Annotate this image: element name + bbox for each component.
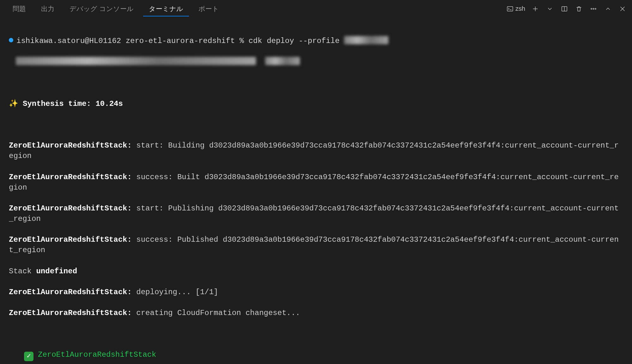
- tab-problems[interactable]: 問題: [5, 0, 33, 18]
- chevron-up-icon: [605, 5, 611, 12]
- ellipsis-icon: [590, 5, 597, 12]
- build-success-line: ZeroEtlAuroraRedshiftStack: success: Bui…: [9, 172, 623, 193]
- redacted-profile: [344, 36, 388, 44]
- terminal-profile-chevron[interactable]: [545, 4, 554, 13]
- close-icon: [619, 5, 626, 12]
- svg-point-3: [593, 8, 594, 9]
- check-icon: ✓: [24, 352, 33, 361]
- tab-ports[interactable]: ポート: [191, 0, 227, 18]
- terminal-toolbar: zsh: [507, 4, 627, 13]
- trash-icon: [575, 5, 582, 12]
- panel-tabs: 問題 出力 デバッグ コンソール ターミナル ポート: [5, 0, 227, 18]
- stack-ok-line: ✓ZeroEtlAuroraRedshiftStack: [9, 349, 623, 361]
- stack-undef: undefined: [36, 267, 77, 276]
- new-terminal-button[interactable]: [531, 4, 540, 13]
- changeset-line: ZeroEtlAuroraRedshiftStack: creating Clo…: [9, 308, 623, 318]
- close-panel-button[interactable]: [618, 4, 627, 13]
- sparkle-icon: ✨: [9, 100, 18, 108]
- svg-point-2: [591, 8, 592, 9]
- synthesis-text: Synthesis time: 10.24s: [23, 100, 123, 108]
- stack-label: ZeroEtlAuroraRedshiftStack:: [9, 288, 132, 296]
- prompt-text: ishikawa.satoru@HL01162 zero-etl-aurora-…: [16, 37, 344, 45]
- tab-debug-console[interactable]: デバッグ コンソール: [62, 0, 141, 18]
- changeset-text: creating CloudFormation changeset...: [132, 309, 300, 317]
- prompt-line: ishikawa.satoru@HL01162 zero-etl-aurora-…: [9, 36, 623, 46]
- build-start-line: ZeroEtlAuroraRedshiftStack: start: Build…: [9, 140, 623, 161]
- tab-terminal[interactable]: ターミナル: [141, 0, 191, 18]
- stack-label: ZeroEtlAuroraRedshiftStack:: [9, 173, 132, 181]
- tab-output[interactable]: 出力: [33, 0, 62, 18]
- deploying-text: deploying... [1/1]: [132, 288, 218, 296]
- stack-label: ZeroEtlAuroraRedshiftStack:: [9, 235, 132, 244]
- active-shell[interactable]: zsh: [507, 5, 525, 12]
- stack-undef-pre: Stack: [9, 267, 36, 276]
- stack-label: ZeroEtlAuroraRedshiftStack:: [9, 141, 132, 150]
- redacted-block-1: [16, 57, 256, 65]
- split-icon: [561, 5, 568, 12]
- stack-ok-text: ZeroEtlAuroraRedshiftStack: [38, 350, 156, 359]
- chevron-down-icon: [546, 5, 553, 12]
- synthesis-line: ✨Synthesis time: 10.24s: [9, 99, 623, 109]
- publish-success-line: ZeroEtlAuroraRedshiftStack: success: Pub…: [9, 234, 623, 255]
- more-actions-button[interactable]: [589, 4, 598, 13]
- panel-header: 問題 出力 デバッグ コンソール ターミナル ポート zsh: [0, 0, 632, 18]
- shell-name: zsh: [515, 5, 525, 12]
- stack-undefined-line: Stack undefined: [9, 266, 623, 276]
- stack-label: ZeroEtlAuroraRedshiftStack:: [9, 204, 132, 213]
- svg-rect-0: [507, 6, 513, 11]
- svg-point-4: [595, 8, 596, 9]
- terminal-bullet-icon: [9, 38, 13, 42]
- stack-label: ZeroEtlAuroraRedshiftStack:: [9, 309, 132, 317]
- deploying-line: ZeroEtlAuroraRedshiftStack: deploying...…: [9, 287, 623, 297]
- redacted-block-2: [265, 57, 300, 65]
- redacted-line: [9, 57, 623, 67]
- kill-terminal-button[interactable]: [574, 4, 583, 13]
- split-terminal-button[interactable]: [560, 4, 569, 13]
- terminal-icon: [507, 5, 514, 12]
- maximize-panel-button[interactable]: [604, 4, 612, 13]
- terminal-output[interactable]: ishikawa.satoru@HL01162 zero-etl-aurora-…: [0, 18, 632, 364]
- plus-icon: [532, 5, 539, 12]
- publish-start-line: ZeroEtlAuroraRedshiftStack: start: Publi…: [9, 203, 623, 224]
